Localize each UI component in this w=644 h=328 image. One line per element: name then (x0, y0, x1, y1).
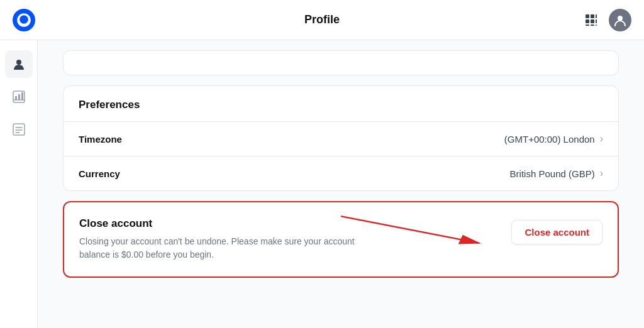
currency-row[interactable]: Currency British Pound (GBP) › (64, 156, 618, 190)
preferences-title: Preferences (79, 99, 140, 111)
preferences-header: Preferences (64, 86, 618, 122)
svg-rect-14 (15, 96, 17, 100)
svg-rect-4 (586, 19, 589, 23)
page-title: Profile (304, 13, 340, 26)
grid-icon[interactable] (581, 10, 601, 30)
svg-point-10 (618, 16, 623, 21)
close-account-button[interactable]: Close account (511, 220, 602, 244)
currency-value: British Pound (GBP) (510, 168, 595, 179)
svg-rect-6 (596, 19, 597, 23)
close-account-title: Close account (79, 217, 486, 230)
content-area: Preferences Timezone (GMT+00:00) London … (38, 40, 644, 328)
main-layout: Preferences Timezone (GMT+00:00) London … (0, 40, 644, 328)
svg-rect-7 (586, 25, 589, 26)
sidebar-item-chart[interactable] (5, 83, 33, 111)
timezone-value-group: (GMT+00:00) London › (504, 133, 603, 145)
header-right (581, 9, 631, 31)
sidebar-item-profile[interactable] (5, 50, 33, 78)
svg-rect-9 (596, 25, 597, 26)
sidebar (0, 40, 38, 328)
svg-rect-15 (18, 94, 20, 100)
close-account-card: Close account Closing your account can't… (63, 201, 619, 278)
svg-rect-1 (586, 14, 589, 18)
preferences-card: Preferences Timezone (GMT+00:00) London … (63, 85, 619, 191)
svg-rect-17 (13, 124, 25, 135)
timezone-label: Timezone (79, 134, 122, 145)
currency-chevron-icon: › (600, 168, 603, 179)
currency-label: Currency (79, 168, 120, 179)
svg-rect-8 (591, 25, 594, 26)
close-account-button-wrap: Close account (511, 217, 602, 244)
top-partial-card (63, 50, 619, 75)
coinbase-logo (13, 9, 35, 31)
sidebar-item-list[interactable] (5, 116, 33, 143)
timezone-value: (GMT+00:00) London (504, 134, 595, 145)
close-account-text-block: Close account Closing your account can't… (79, 217, 486, 261)
svg-point-0 (13, 9, 35, 31)
timezone-chevron-icon: › (600, 133, 603, 145)
svg-rect-5 (591, 19, 594, 23)
close-account-description: Closing your account can't be undone. Pl… (79, 235, 381, 261)
svg-point-11 (16, 60, 21, 65)
header-left (13, 9, 35, 31)
currency-value-group: British Pound (GBP) › (510, 168, 603, 179)
header: Profile (0, 0, 644, 40)
svg-rect-3 (596, 14, 597, 18)
timezone-row[interactable]: Timezone (GMT+00:00) London › (64, 122, 618, 156)
user-avatar[interactable] (609, 9, 631, 31)
svg-rect-16 (21, 92, 23, 100)
svg-rect-2 (591, 14, 594, 18)
